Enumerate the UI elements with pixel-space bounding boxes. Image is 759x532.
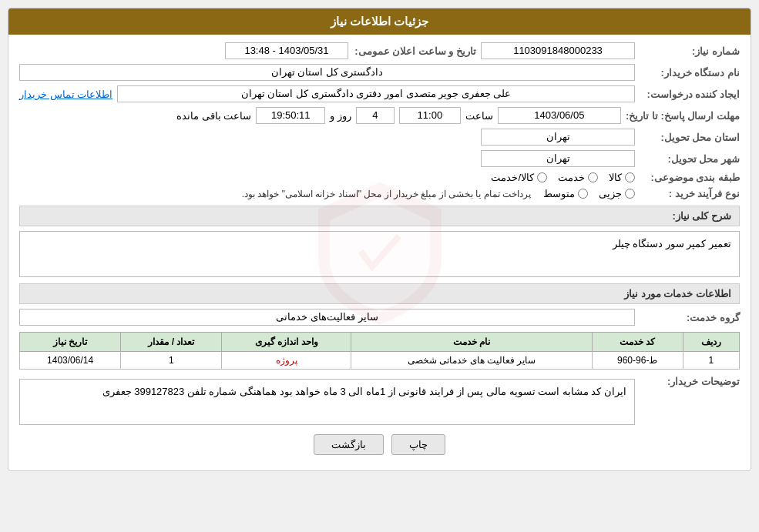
- creator-link[interactable]: اطلاعات تماس خریدار: [19, 89, 113, 100]
- cell-row-num: 1: [683, 352, 739, 370]
- services-table: ردیف کد خدمت نام خدمت واحد اندازه گیری ت…: [19, 332, 740, 370]
- send-time-label: ساعت: [465, 110, 493, 122]
- card-header: جزئیات اطلاعات نیاز: [8, 8, 751, 35]
- need-description-wrapper: تعمیر کمپر سور دستگاه چیلر: [19, 231, 740, 277]
- deadline-label: مهلت ارسال پاسخ: تا تاریخ:: [626, 110, 740, 122]
- services-table-wrapper: ردیف کد خدمت نام خدمت واحد اندازه گیری ت…: [19, 332, 740, 370]
- creator-label: ایجاد کننده درخواست:: [640, 89, 740, 100]
- col-quantity: تعداد / مقدار: [121, 333, 222, 352]
- category-label: طبقه بندی موضوعی:: [640, 172, 740, 183]
- remaining-label: ساعت باقی مانده: [176, 110, 251, 122]
- need-number-row: شماره نیاز: 1103091848000233 تاریخ و ساع…: [19, 42, 740, 59]
- category-khadamat-item[interactable]: خدمت: [558, 172, 598, 183]
- purchase-jozii-item[interactable]: جزیی: [599, 188, 635, 199]
- category-kala-khadamat-item[interactable]: کالا/خدمت: [491, 172, 547, 183]
- deadline-date: 1403/06/05: [498, 107, 621, 124]
- buyer-org-value: دادگستری کل استان تهران: [19, 64, 635, 81]
- col-row-num: ردیف: [683, 333, 739, 352]
- back-button[interactable]: بازگشت: [314, 434, 384, 455]
- service-group-label: گروه خدمت:: [640, 312, 740, 323]
- need-description-value: تعمیر کمپر سور دستگاه چیلر: [19, 231, 740, 277]
- card-title: جزئیات اطلاعات نیاز: [331, 15, 428, 28]
- col-name: نام خدمت: [351, 333, 592, 352]
- send-days: 4: [356, 107, 395, 124]
- creator-row: ایجاد کننده درخواست: علی جعفری جویر متصد…: [19, 85, 740, 102]
- send-time: 11:00: [399, 107, 461, 124]
- buyer-desc-label: توضیحات خریدار:: [640, 376, 740, 387]
- col-unit: واحد اندازه گیری: [222, 333, 351, 352]
- purchase-motavaset-label: متوسط: [543, 188, 575, 199]
- category-row: طبقه بندی موضوعی: کالا خدمت کالا/خدمت: [19, 172, 740, 183]
- cell-quantity: 1: [121, 352, 222, 370]
- buyer-desc-text: ایران کد مشابه است تسویه مالی پس از فرای…: [19, 379, 635, 425]
- page-wrapper: جزئیات اطلاعات نیاز شماره نیاز: 11030918…: [0, 0, 759, 532]
- main-card: جزئیات اطلاعات نیاز شماره نیاز: 11030918…: [8, 8, 751, 471]
- buyer-org-row: نام دستگاه خریدار: دادگستری کل استان تهر…: [19, 64, 740, 81]
- province-row: استان محل تحویل: تهران: [19, 129, 740, 146]
- category-kala-khadamat-radio[interactable]: [537, 172, 547, 182]
- col-date: تاریخ نیاز: [20, 333, 121, 352]
- need-number-label: شماره نیاز:: [640, 45, 740, 57]
- deadline-row: مهلت ارسال پاسخ: تا تاریخ: 1403/06/05 سا…: [19, 107, 740, 124]
- category-khadamat-radio[interactable]: [588, 172, 598, 182]
- delivery-province-value: تهران: [481, 129, 635, 146]
- services-section-label: اطلاعات خدمات مورد نیاز: [624, 288, 731, 299]
- buyer-org-label: نام دستگاه خریدار:: [640, 67, 740, 79]
- card-body: شماره نیاز: 1103091848000233 تاریخ و ساع…: [8, 35, 751, 470]
- purchase-motavaset-radio[interactable]: [578, 189, 588, 199]
- announce-value: 1403/05/31 - 13:48: [225, 42, 348, 59]
- category-radio-group: کالا خدمت کالا/خدمت: [491, 172, 635, 183]
- send-days-label: روز و: [330, 110, 351, 122]
- countdown-value: 19:50:11: [256, 107, 325, 124]
- purchase-note: پرداخت تمام یا بخشی از مبلغ خریدار از مح…: [242, 189, 531, 199]
- purchase-jozii-label: جزیی: [599, 188, 622, 199]
- services-section-header: اطلاعات خدمات مورد نیاز: [19, 283, 740, 304]
- category-khadamat-label: خدمت: [558, 172, 585, 183]
- need-description-section: شرح کلی نیاز:: [19, 206, 740, 226]
- cell-name: سایر فعالیت های خدماتی شخصی: [351, 352, 592, 370]
- need-description-label: شرح کلی نیاز:: [672, 210, 731, 222]
- purchase-type-row: نوع فرآیند خرید : جزیی متوسط پرداخت تمام…: [19, 188, 740, 199]
- purchase-radio-group: جزیی متوسط: [543, 188, 635, 199]
- service-group-value: سایر فعالیت‌های خدماتی: [19, 309, 635, 326]
- creator-value: علی جعفری جویر متصدی امور دفتری دادگستری…: [117, 85, 635, 102]
- cell-date: 1403/06/14: [20, 352, 121, 370]
- purchase-type-label: نوع فرآیند خرید :: [640, 188, 740, 199]
- category-kala-item[interactable]: کالا: [609, 172, 635, 183]
- purchase-motavaset-item[interactable]: متوسط: [543, 188, 588, 199]
- city-row: شهر محل تحویل: تهران: [19, 150, 740, 167]
- category-kala-radio[interactable]: [625, 172, 635, 182]
- col-code: کد خدمت: [592, 333, 683, 352]
- category-kala-khadamat-label: کالا/خدمت: [491, 172, 534, 183]
- announce-label: تاریخ و ساعت اعلان عمومی:: [353, 45, 476, 57]
- cell-code: ط-96-960: [592, 352, 683, 370]
- table-row: 1 ط-96-960 سایر فعالیت های خدماتی شخصی پ…: [20, 352, 740, 370]
- service-group-row: گروه خدمت: سایر فعالیت‌های خدماتی: [19, 309, 740, 326]
- need-number-value: 1103091848000233: [481, 42, 635, 59]
- delivery-province-label: استان محل تحویل:: [640, 132, 740, 143]
- buyer-desc-row: توضیحات خریدار: ایران کد مشابه است تسویه…: [19, 376, 740, 425]
- delivery-city-label: شهر محل تحویل:: [640, 153, 740, 165]
- category-kala-label: کالا: [609, 172, 622, 183]
- cell-unit: پروژه: [222, 352, 351, 370]
- table-header-row: ردیف کد خدمت نام خدمت واحد اندازه گیری ت…: [20, 333, 740, 352]
- purchase-jozii-radio[interactable]: [625, 189, 635, 199]
- button-row: چاپ بازگشت: [19, 434, 740, 463]
- delivery-city-value: تهران: [481, 150, 635, 167]
- print-button[interactable]: چاپ: [391, 434, 445, 455]
